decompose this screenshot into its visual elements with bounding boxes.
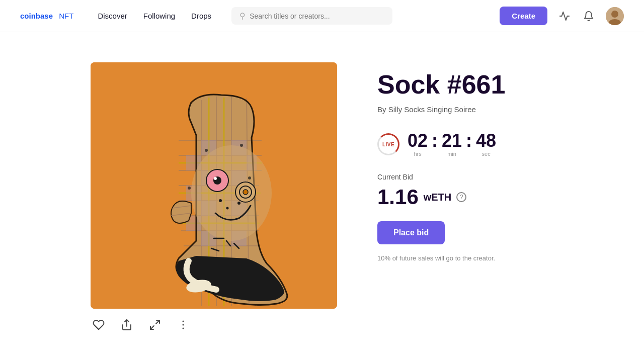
live-indicator: LIVE	[377, 133, 399, 155]
svg-point-41	[219, 199, 222, 202]
svg-point-58	[183, 324, 184, 326]
bid-amount-section: 1.16 wETH ?	[377, 185, 553, 209]
nav-drops[interactable]: Drops	[191, 12, 211, 20]
svg-point-50	[205, 149, 208, 152]
timer-seconds: 48 sec	[476, 132, 496, 157]
notifications-icon[interactable]	[582, 9, 596, 23]
timer-minutes: 21 min	[442, 132, 462, 157]
hours-label: hrs	[414, 151, 421, 157]
nav-discover[interactable]: Discover	[98, 12, 127, 20]
seconds-label: sec	[482, 151, 491, 157]
creator-name: Silly Socks Singing Soiree	[388, 105, 476, 114]
nft-title: Sock #661	[377, 70, 553, 99]
user-avatar[interactable]	[606, 7, 624, 25]
activity-icon[interactable]	[557, 9, 572, 23]
share-button[interactable]	[119, 317, 135, 333]
royalty-text: 10% of future sales will go to the creat…	[377, 254, 553, 262]
logo-coinbase: coinbase	[20, 12, 53, 20]
svg-point-40	[243, 190, 248, 195]
create-button[interactable]: Create	[500, 7, 547, 25]
svg-point-53	[188, 187, 191, 190]
timer-hours: 02 hrs	[408, 132, 428, 157]
svg-point-52	[248, 176, 251, 179]
svg-point-57	[183, 321, 184, 322]
minutes-value: 21	[442, 132, 462, 150]
minutes-label: min	[447, 151, 456, 157]
bid-currency: wETH	[424, 192, 452, 203]
weth-info-icon[interactable]: ?	[456, 192, 466, 202]
creator-prefix: By	[377, 105, 386, 114]
live-label: LIVE	[382, 142, 394, 147]
place-bid-button[interactable]: Place bid	[377, 221, 445, 244]
svg-point-59	[183, 328, 184, 329]
search-input[interactable]	[250, 12, 384, 20]
live-ring: LIVE	[377, 133, 399, 155]
hours-value: 02	[408, 132, 428, 150]
svg-line-55	[156, 320, 159, 324]
timer-colon-1: :	[430, 132, 440, 150]
image-actions	[91, 309, 337, 341]
nft-image	[91, 62, 337, 309]
main-nav: Discover Following Drops	[98, 12, 211, 20]
search-bar[interactable]: ⚲	[231, 7, 392, 25]
seconds-value: 48	[476, 132, 496, 150]
main-content: Sock #661 By Silly Socks Singing Soiree …	[0, 32, 644, 362]
svg-point-42	[237, 202, 240, 205]
svg-line-56	[150, 326, 154, 329]
header-right: Create	[500, 7, 624, 25]
like-button[interactable]	[91, 317, 107, 333]
nft-details: Sock #661 By Silly Socks Singing Soiree …	[377, 62, 553, 262]
logo[interactable]: coinbase NFT	[20, 12, 73, 20]
more-options-button[interactable]	[175, 317, 191, 333]
bid-number: 1.16	[377, 185, 419, 209]
nft-image-container	[91, 62, 337, 341]
bid-label: Current Bid	[377, 173, 553, 181]
nft-creator: By Silly Socks Singing Soiree	[377, 105, 553, 114]
timer-values: 02 hrs : 21 min : 48 sec	[408, 132, 496, 157]
header: coinbase NFT Discover Following Drops ⚲ …	[0, 0, 644, 32]
svg-point-37	[214, 177, 217, 180]
svg-point-51	[240, 144, 243, 147]
nav-following[interactable]: Following	[143, 12, 175, 20]
svg-point-1	[611, 11, 618, 18]
logo-nft: NFT	[59, 12, 73, 20]
expand-button[interactable]	[147, 317, 163, 333]
timer-section: LIVE 02 hrs : 21 min : 48 sec	[377, 132, 553, 157]
timer-colon-2: :	[464, 132, 474, 150]
svg-point-34	[191, 145, 272, 241]
svg-point-43	[226, 207, 229, 210]
search-icon: ⚲	[239, 11, 246, 21]
